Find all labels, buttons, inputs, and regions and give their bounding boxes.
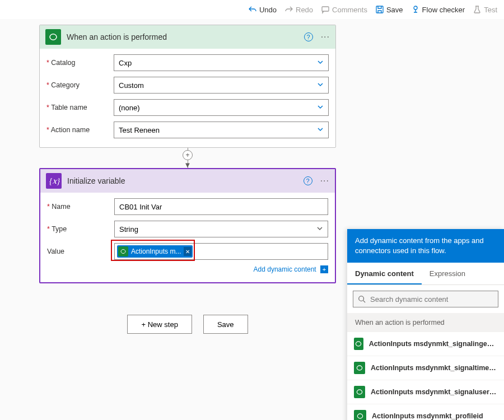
flow-checker-button[interactable]: Flow checker: [411, 5, 465, 14]
more-icon[interactable]: ···: [321, 32, 330, 42]
comments-button[interactable]: Comments: [321, 5, 367, 14]
dataverse-icon: [354, 338, 363, 350]
var-name-label: Name: [47, 203, 114, 211]
dataverse-icon: [354, 410, 366, 420]
dyn-item[interactable]: ActionInputs msdynmkt_signaltimestamp: [347, 356, 504, 380]
svg-point-2: [414, 6, 417, 10]
table-label: Table name: [46, 104, 114, 111]
save-flow-button[interactable]: Save: [203, 315, 248, 334]
test-button[interactable]: Test: [473, 5, 497, 14]
save-button[interactable]: Save: [375, 5, 403, 14]
svg-point-3: [359, 296, 364, 301]
chevron-down-icon: [317, 104, 324, 112]
search-icon: [358, 295, 366, 303]
add-step-plus[interactable]: +: [183, 150, 193, 160]
dataverse-icon: [354, 362, 365, 374]
dyn-item[interactable]: ActionInputs msdynmkt_signalingestiontim…: [347, 332, 504, 356]
undo-button[interactable]: Undo: [248, 5, 277, 14]
undo-label: Undo: [259, 6, 277, 14]
help-icon[interactable]: ?: [304, 32, 313, 41]
dataverse-icon: [354, 386, 365, 398]
svg-rect-0: [322, 7, 329, 11]
chevron-down-icon: [317, 81, 324, 90]
dyn-item-label: ActionInputs msdynmkt_signaluserauthid: [371, 388, 497, 396]
dynamic-content-panel: Add dynamic content from the apps and co…: [347, 229, 504, 420]
table-value: (none): [119, 104, 140, 112]
table-select[interactable]: (none): [114, 99, 329, 116]
add-dynamic-plus-icon[interactable]: +: [320, 265, 328, 273]
token-remove[interactable]: ✕: [184, 247, 192, 256]
catalog-value: Cxp: [119, 59, 132, 67]
dyn-item-label: ActionInputs msdynmkt_signaltimestamp: [371, 364, 497, 372]
action-body: Name Type String Value: [40, 193, 335, 282]
dyn-panel-header: Add dynamic content from the apps and co…: [347, 229, 504, 263]
trigger-title: When an action is performed: [67, 32, 298, 41]
redo-label: Redo: [296, 6, 313, 14]
dataverse-icon: [45, 29, 61, 45]
dyn-panel-tabs: Dynamic content Expression: [347, 263, 504, 285]
chevron-down-icon: [317, 126, 324, 134]
help-icon[interactable]: ?: [304, 176, 312, 185]
dyn-item[interactable]: ActionInputs msdynmkt_profileid: [347, 404, 504, 420]
tab-expression[interactable]: Expression: [422, 263, 473, 284]
dyn-item-label: ActionInputs msdynmkt_signalingestiontim…: [369, 340, 497, 348]
trigger-body: Catalog Cxp Category Custom: [40, 49, 335, 147]
dyn-search[interactable]: [353, 291, 498, 307]
save-icon: [375, 5, 384, 14]
category-select[interactable]: Custom: [114, 77, 329, 94]
new-step-button[interactable]: + New step: [127, 315, 192, 334]
action-header[interactable]: {𝑥} Initialize variable ? ···: [40, 169, 335, 193]
var-name-input[interactable]: [114, 198, 328, 215]
var-type-select[interactable]: String: [114, 221, 328, 237]
var-value-label: Value: [47, 248, 114, 255]
variable-icon: {𝑥}: [46, 173, 62, 189]
dynamic-token[interactable]: ActionInputs m... ✕: [117, 245, 193, 258]
redo-icon: [284, 5, 293, 14]
category-label: Category: [46, 81, 114, 89]
var-value-input[interactable]: ActionInputs m... ✕: [114, 243, 328, 260]
save-label: Save: [386, 6, 403, 14]
catalog-select[interactable]: Cxp: [114, 54, 329, 71]
action-name-value: Test Reneen: [119, 126, 160, 134]
action-name-label: Action name: [46, 126, 114, 134]
flow-checker-label: Flow checker: [422, 6, 465, 14]
flow-checker-icon: [411, 5, 420, 14]
chevron-down-icon: [316, 225, 323, 234]
redo-button: Redo: [284, 5, 313, 14]
add-dynamic-content-row: Add dynamic content +: [47, 265, 328, 273]
action-card: {𝑥} Initialize variable ? ··· Name Type …: [39, 168, 336, 283]
undo-icon: [248, 5, 257, 14]
test-icon: [473, 5, 482, 14]
add-dynamic-link[interactable]: Add dynamic content: [254, 265, 316, 273]
action-title: Initialize variable: [67, 176, 298, 185]
more-icon[interactable]: ···: [320, 176, 329, 186]
dyn-group-header: When an action is performed: [347, 313, 504, 332]
footer-buttons: + New step Save: [39, 315, 336, 334]
comments-icon: [321, 5, 330, 14]
test-label: Test: [484, 6, 497, 14]
trigger-header[interactable]: When an action is performed ? ···: [40, 25, 335, 49]
svg-rect-1: [376, 6, 383, 13]
dyn-item-label: ActionInputs msdynmkt_profileid: [372, 412, 483, 420]
category-value: Custom: [119, 81, 144, 90]
chevron-down-icon: [317, 59, 324, 67]
catalog-label: Catalog: [46, 59, 114, 67]
toolbar: Undo Redo Comments Save Flow checker Tes…: [0, 0, 504, 19]
action-name-select[interactable]: Test Reneen: [114, 122, 329, 138]
arrow-down-icon: ▼: [184, 161, 192, 169]
dyn-search-input[interactable]: [370, 295, 493, 304]
trigger-card: When an action is performed ? ··· Catalo…: [39, 25, 336, 148]
dyn-item[interactable]: ActionInputs msdynmkt_signaluserauthid: [347, 380, 504, 404]
dataverse-icon: [118, 246, 128, 256]
var-type-label: Type: [47, 225, 114, 233]
connector: + ▼: [39, 148, 336, 168]
comments-label: Comments: [332, 6, 367, 14]
var-type-value: String: [119, 225, 138, 234]
token-label: ActionInputs m...: [130, 248, 182, 255]
tab-dynamic-content[interactable]: Dynamic content: [347, 263, 422, 284]
